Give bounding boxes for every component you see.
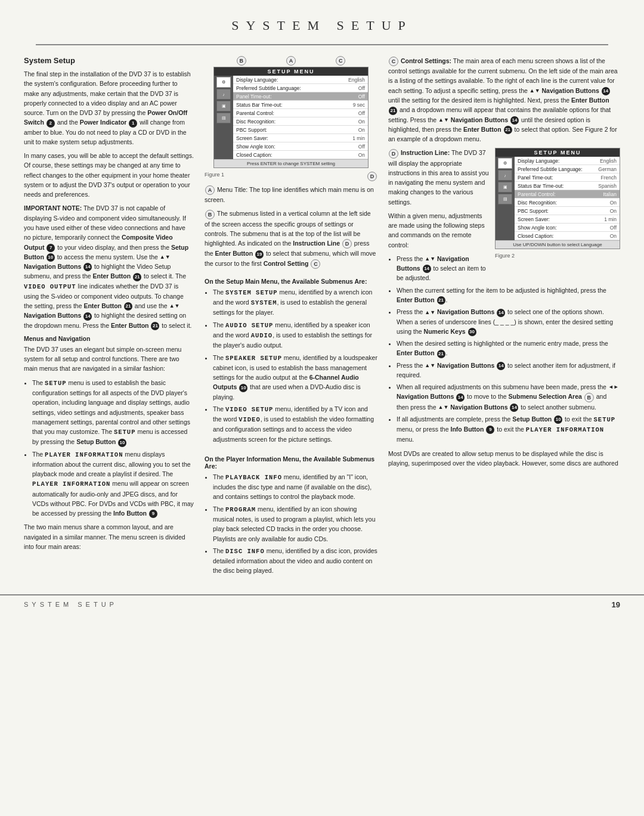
- closing-para: Most DVDs are created to allow setup men…: [388, 449, 620, 468]
- nav-buttons-label-1: Navigation Buttons: [24, 263, 81, 270]
- num-10-w7: 10: [554, 415, 562, 424]
- num-14a: 14: [83, 263, 92, 271]
- footer-left-text: SYSTEM SETUP: [24, 601, 117, 608]
- audio-word: AUDIO: [251, 332, 273, 339]
- within-bullet-6: When all required adjustments on this su…: [397, 382, 620, 412]
- f2-row-disc-rec: Disc Recognition:On: [515, 198, 620, 207]
- circle-d-label: D: [389, 149, 398, 159]
- player-submenu-list: The PLAYBACK INFO menu, identified by an…: [205, 472, 377, 578]
- setup-menu-icons: ⚙ ♪ ▣ ▤: [214, 76, 233, 159]
- nav-arrows-w6b: ▲▼: [438, 404, 448, 412]
- shared-layout-para: The two main menus share a common layout…: [24, 522, 194, 551]
- num-14-w6b: 14: [510, 404, 518, 412]
- row-pbc: PBC Support:On: [233, 126, 368, 134]
- row-status-timeout: Status Bar Time-out:9 sec: [233, 101, 368, 109]
- label-B: B: [237, 56, 246, 66]
- annotation-a-text: A Menu Title: The top line identifies wh…: [205, 185, 377, 204]
- label-C: C: [336, 56, 345, 66]
- intro-para2: In many cases, you will be able to accep…: [24, 151, 194, 199]
- nav-arrows-1: ▲▼: [160, 253, 171, 262]
- control-setting-label: Control Setting: [264, 260, 309, 267]
- num-14-w5: 14: [497, 362, 505, 370]
- f2-icon-speaker: ▣: [498, 182, 512, 193]
- playback-info-mono: PLAYBACK INFO: [225, 474, 282, 481]
- nav-arrows-w5: ▲▼: [425, 362, 435, 370]
- num-14-w1: 14: [423, 265, 431, 273]
- nav-buttons-w6: Navigation Buttons: [397, 393, 454, 400]
- submenu-program: The PROGRAM menu, identified by an icon …: [213, 504, 377, 544]
- on-setup-title: On the Setup Main Menu, the Available Su…: [205, 278, 377, 285]
- annotation-c-para: C Control Settings: The main area of eac…: [388, 56, 620, 144]
- enter-button-label-3: Enter Button: [111, 322, 149, 329]
- label-D: D: [367, 172, 377, 181]
- row-screen-saver: Screen Saver:1 min: [233, 134, 368, 142]
- within-bullet-3: Press the ▲▼ Navigation Buttons 14 to se…: [397, 307, 620, 336]
- setup-menu-rows: Display Language:English Preferred Subti…: [233, 76, 368, 159]
- disc-info-mono: DISC INFO: [225, 548, 265, 555]
- within-bullet-2: When the current setting for the item to…: [397, 286, 620, 305]
- setup-menu-title: SETUP MENU: [214, 67, 368, 76]
- speaker-setup-mono: SPEAKER SETUP: [225, 355, 282, 362]
- icon-video: ▤: [216, 113, 231, 123]
- nav-arrows-2: ▲▼: [169, 302, 180, 311]
- figure2-footer: Use UP/DOWN button to select Language: [496, 240, 620, 249]
- num-21c: 21: [151, 322, 159, 330]
- nav-buttons-w3: Navigation Buttons: [437, 308, 494, 315]
- within-bullet-7: If all adjustments are complete, press t…: [397, 414, 620, 445]
- num-19: 19: [255, 250, 264, 259]
- circle-b-ref2: B: [584, 393, 594, 402]
- submenu-disc-info: The DISC INFO menu, identified by a disc…: [213, 546, 377, 576]
- nav-buttons-r1: Navigation Buttons: [542, 87, 599, 94]
- row-subtitle-lang: Preferred Subtitle Language:Off: [233, 84, 368, 92]
- audio-setup-mono: AUDIO SETUP: [225, 322, 273, 329]
- submenu-playback-info: The PLAYBACK INFO menu, identified by an…: [213, 472, 377, 502]
- instruction-line-d: Instruction Line:: [401, 149, 450, 156]
- figure2-table: ⚙ ♪ ▣ ▤ Display Language:English Preferr…: [496, 157, 620, 240]
- num-9: 9: [149, 510, 157, 518]
- system-setup-mono: SYSTEM SETUP: [225, 289, 278, 296]
- figure2-rows: Display Language:English Preferred Subti…: [515, 157, 620, 240]
- f2-row-parental: Parental Control:Italian: [515, 190, 620, 198]
- label-A: A: [286, 56, 296, 66]
- f2-icon-system: ⚙: [498, 158, 512, 169]
- bullet-player-info: The PLAYER INFORMATION menu displays inf…: [32, 449, 194, 519]
- on-player-title: On the Player Information Menu, the Avai…: [205, 455, 377, 470]
- within-bullet-4: When the desired setting is highlighted …: [397, 339, 620, 358]
- setup-button-b1: Setup Button: [76, 438, 116, 445]
- setup-submenu-list: The SYSTEM SETUP menu, identified by a w…: [205, 287, 377, 446]
- system-word: SYSTEM: [251, 299, 277, 306]
- row-angle-icon: Show Angle Icon:Off: [233, 142, 368, 151]
- annotation-b-text: B The submenus listed in a vertical colu…: [205, 209, 377, 268]
- video-output-mono: VIDEO OUTPUT: [24, 283, 76, 290]
- submenu-speaker-setup: The SPEAKER SETUP menu, identified by a …: [213, 353, 377, 402]
- circle-a: A: [205, 185, 215, 195]
- f2-icon-audio: ♪: [498, 170, 512, 181]
- row-display-lang: Display Language:English: [233, 76, 368, 84]
- num-21-r1: 21: [389, 107, 397, 115]
- f2-row-screen-saver: Screen Saver:1 min: [515, 215, 620, 224]
- num-2: 2: [47, 119, 55, 128]
- f2-row-subtitle-lang: Preferred Subtitle Language:German: [515, 165, 620, 173]
- setup-mono-1: SETUP: [45, 380, 67, 387]
- setup-menu-figure1: SETUP MENU ⚙ ♪ ▣ ▤ Display Language:Engl…: [213, 67, 369, 168]
- page-footer: SYSTEM SETUP 19: [0, 594, 644, 614]
- figure-annotations: B A C: [205, 56, 377, 66]
- left-column: System Setup The final step in the insta…: [24, 56, 194, 582]
- footer-page-number: 19: [612, 600, 620, 609]
- circle-c-label: C: [389, 57, 398, 66]
- nav-buttons-w5: Navigation Buttons: [437, 362, 494, 369]
- num-7: 7: [47, 244, 55, 252]
- nav-buttons-r2: Navigation Buttons: [451, 116, 508, 123]
- enter-button-w2: Enter Button: [397, 296, 435, 303]
- info-button-label: Info Button: [113, 510, 147, 517]
- f2-row-closed-caption: Closed Caption:On: [515, 232, 620, 240]
- important-note-label: IMPORTANT NOTE:: [24, 204, 82, 212]
- icon-audio: ♪: [216, 89, 231, 100]
- center-column: B A C SETUP MENU ⚙ ♪ ▣ ▤: [205, 56, 377, 582]
- nav-arrows-w1: ▲▼: [425, 255, 435, 263]
- num-1: 1: [129, 119, 137, 128]
- figure1-footer: Figure 1 D: [205, 172, 377, 181]
- nav-arrows-w6: ◄►: [608, 383, 619, 392]
- submenu-selection-area-label: Submenu Selection Area: [509, 393, 582, 400]
- num-10b: 10: [118, 439, 126, 447]
